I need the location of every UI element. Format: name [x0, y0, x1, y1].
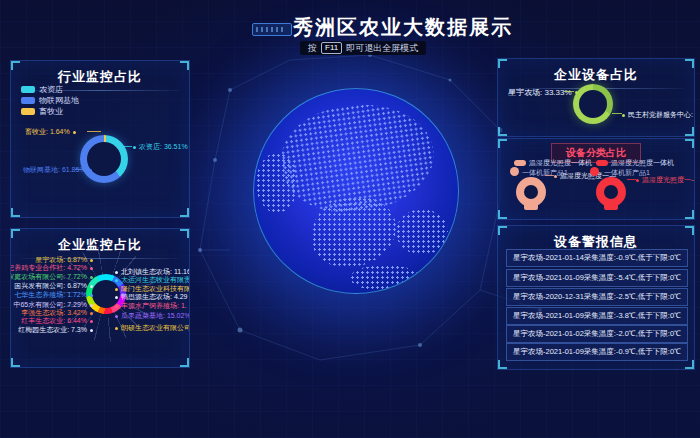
globe-continent-dots [256, 153, 298, 213]
chart-callout: 物联网基地: 61.85% [23, 165, 92, 175]
callout-dot [90, 312, 93, 315]
callout-dot [115, 315, 118, 318]
enterprise-monitor-panel: 企业监控占比 星宇农场: 6.87% 6记养鸡专业合作社: 4.72% 家庭农场… [10, 228, 190, 368]
callout-dot [636, 179, 639, 182]
callout-line [87, 131, 101, 132]
pie-stem [604, 203, 618, 210]
callout-label: 瓜果蔬菜基地: 15.02% [121, 311, 190, 321]
callout-line [545, 175, 554, 176]
watermark-logo [252, 23, 292, 36]
alarm-row: 星宇农场-2021-01-09采集温度:-5.4℃,低于下限:0℃ [506, 269, 688, 287]
legend-item[interactable]: 农资店 [21, 85, 79, 94]
callout-label: 民主村党群服务中心: [628, 110, 693, 120]
callout-dot [115, 296, 118, 299]
callout-dot [90, 320, 93, 323]
legend-swatch [21, 86, 35, 93]
legend-swatch [21, 97, 35, 104]
industry-legend: 农资店 物联网基地 畜牧业 [21, 85, 79, 118]
callout-label: 温湿度光照度一— [642, 175, 695, 185]
callout-line [612, 113, 622, 114]
callout-dot [90, 294, 93, 297]
callout-dot [115, 271, 118, 274]
callout-dot [90, 259, 93, 262]
industry-monitor-panel: 行业监控占比 农资店 物联网基地 畜牧业 畜牧业: 1.64% 农资店: 36.… [10, 60, 190, 218]
page-title: 秀洲区农业大数据展示 [293, 14, 513, 41]
panel-title: 设备警报信息 [498, 226, 694, 251]
callout-dot [73, 131, 76, 134]
callout-label: 丰源水产饲养殖场: 1. [121, 301, 187, 311]
globe-continent-dots [312, 197, 396, 267]
callout-dot [115, 305, 118, 308]
legend-label: 温湿度光照度一体机 [611, 158, 674, 168]
alarm-row: 星宇农场-2021-01-09采集温度:-3.8℃,低于下限:0℃ [506, 307, 688, 325]
globe-visualization [253, 88, 459, 294]
callout-line [564, 91, 574, 92]
legend-item[interactable]: 温湿度光照度一体机 [514, 158, 592, 168]
globe-continent-dots [350, 265, 420, 291]
alarm-row: 星宇农场-2021-01-09采集温度:-0.9℃,低于下限:0℃ [506, 343, 688, 361]
legend-label: 畜牧业 [39, 106, 63, 117]
callout-line [75, 169, 88, 170]
callout-dot [115, 279, 118, 282]
callout-label: 物联网基地: 61.85% [23, 165, 86, 175]
chart-callout: 丰源水产饲养殖场: 1. [115, 301, 187, 311]
dashboard: 秀洲区农业大数据展示 按 F11 即可退出全屏模式 行业监控占比 农资店 物联网… [0, 0, 700, 438]
pie-small-segment [590, 167, 599, 176]
callout-label: 朗硕生态农业有限公司: 6.87% [121, 323, 190, 333]
device-class-panel: 设备分类占比 温湿度光照度一体机 一体机新产品1 温湿度光照度一— 温湿度光照度… [497, 138, 695, 220]
callout-line [627, 179, 636, 180]
pie-stem [524, 203, 538, 210]
chart-callout: 瓜果蔬菜基地: 15.02% [115, 311, 190, 321]
alarm-row: 星宇农场-2020-12-31采集温度:-2.5℃,低于下限:0℃ [506, 288, 688, 306]
hint-prefix: 按 [308, 42, 317, 55]
legend-item[interactable]: 物联网基地 [21, 96, 79, 105]
chart-callout: 畜牧业: 1.64% [25, 127, 76, 137]
device-ratio-panel: 企业设备占比 星宇农场: 33.33% 民主村党群服务中心: [497, 58, 695, 137]
callout-label: 七华生态养殖场: 1.72% [14, 290, 87, 300]
legend-item[interactable]: 温湿度光照度一体机 [596, 158, 674, 168]
legend-label: 农资店 [39, 84, 63, 95]
chart-callout: 朗硕生态农业有限公司: 6.87% [115, 323, 190, 333]
chart-callout: 农资店: 36.51% [133, 142, 188, 152]
chart-callout: 温湿度光照度一— [636, 175, 695, 185]
panel-title: 行业监控占比 [11, 61, 189, 86]
panel-title: 企业设备占比 [498, 59, 694, 84]
chart-callout: 七华生态养殖场: 1.72% [14, 290, 93, 300]
callout-dot [89, 169, 92, 172]
chart-callout: 星宇农场: 33.33% [508, 87, 578, 98]
alarm-row: 星宇农场-2021-01-14采集温度:-0.9℃,低于下限:0℃ [506, 249, 688, 267]
device-donut-chart[interactable] [573, 84, 613, 124]
chart-callout: 民主村党群服务中心: [622, 110, 693, 120]
callout-line [120, 146, 132, 147]
callout-label: 畜牧业: 1.64% [25, 127, 70, 137]
legend-item[interactable]: 畜牧业 [21, 107, 79, 116]
globe-continent-dots [396, 209, 448, 255]
callout-dot [622, 114, 625, 117]
callout-dot [90, 329, 93, 332]
callout-dot [90, 267, 93, 270]
callout-dot [90, 285, 93, 288]
callout-label: 星宇农场: 33.33% [508, 87, 572, 98]
pie-small-segment [510, 167, 519, 176]
chart-callout: 红梅园生态农业: 7.3% [18, 325, 93, 335]
callout-dot [90, 276, 93, 279]
callout-dot [575, 91, 578, 94]
f11-key-badge: F11 [321, 42, 342, 54]
legend-swatch [21, 108, 35, 115]
callout-label: 农资店: 36.51% [139, 142, 188, 152]
legend-swatch [596, 160, 608, 166]
callout-dot [133, 146, 136, 149]
industry-donut-chart[interactable] [80, 135, 128, 183]
legend-label: 温湿度光照度一体机 [529, 158, 592, 168]
legend-swatch [514, 160, 526, 166]
callout-dot [554, 175, 557, 178]
callout-dot [115, 327, 118, 330]
hint-suffix: 即可退出全屏模式 [346, 42, 418, 55]
callout-dot [115, 288, 118, 291]
callout-dot [90, 304, 93, 307]
legend-label: 物联网基地 [39, 95, 79, 106]
device-alarm-panel: 设备警报信息 星宇农场-2021-01-14采集温度:-0.9℃,低于下限:0℃… [497, 225, 695, 370]
callout-label: 红梅园生态农业: 7.3% [18, 325, 87, 335]
fullscreen-hint-toast: 按 F11 即可退出全屏模式 [300, 41, 426, 55]
alarm-row: 星宇农场-2021-01-02采集温度:-2.0℃,低于下限:0℃ [506, 325, 688, 343]
